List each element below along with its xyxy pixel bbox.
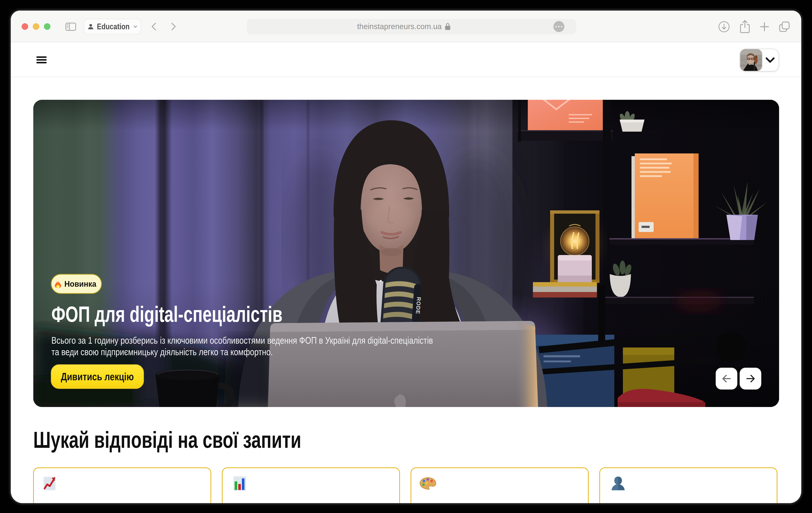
svg-text:RODE: RODE	[415, 297, 422, 315]
